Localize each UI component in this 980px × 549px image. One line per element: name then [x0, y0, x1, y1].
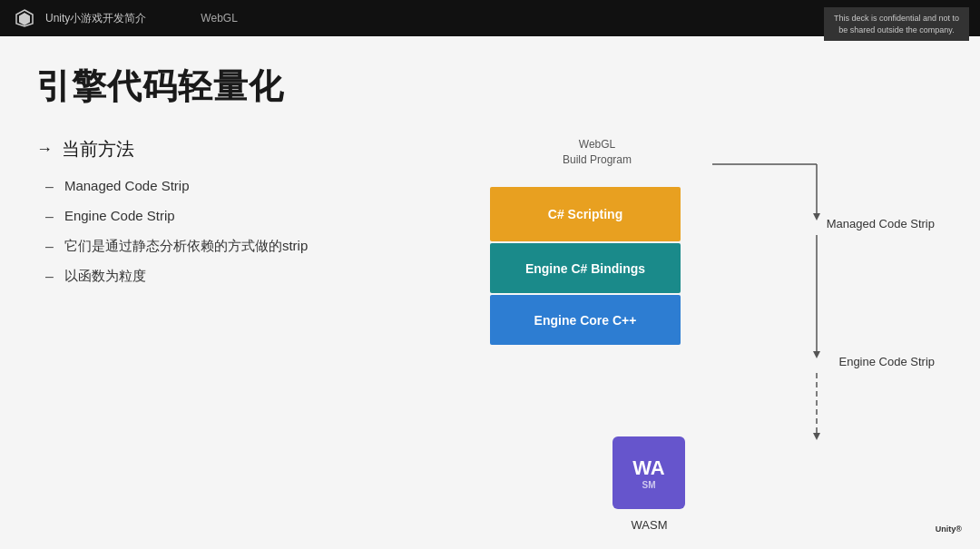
engine-code-text: Engine Code Strip	[838, 355, 935, 368]
arrow-icon: →	[36, 140, 53, 159]
blocks-container: C# Scripting Engine C# Bindings Engine C…	[490, 187, 681, 345]
unity-registered: ®	[956, 524, 962, 534]
svg-marker-1	[19, 13, 30, 25]
bullet-text-1: Managed Code Strip	[64, 178, 190, 193]
confidential-badge: This deck is confidential and not to be …	[824, 7, 969, 41]
unity-text: Unity	[936, 524, 956, 534]
bullet-list: – Managed Code Strip – Engine Code Strip…	[36, 178, 436, 285]
content-area: → 当前方法 – Managed Code Strip – Engine Cod…	[36, 137, 944, 536]
managed-code-text: Managed Code Strip	[827, 217, 935, 230]
list-item: – Managed Code Strip	[45, 178, 436, 195]
bullet-text-4: 以函数为粒度	[64, 268, 146, 285]
label-managed-code-strip: Managed Code Strip	[827, 217, 935, 230]
wasm-badge-sub: SM	[642, 480, 656, 490]
list-item: – 它们是通过静态分析依赖的方式做的strip	[45, 238, 436, 255]
block-core-label: Engine Core C++	[534, 313, 637, 328]
block-engine-core: Engine Core C++	[490, 295, 681, 345]
label-engine-code-strip: Engine Code Strip	[838, 355, 935, 368]
bullet-text-2: Engine Code Strip	[64, 208, 175, 223]
block-bindings-label: Engine C# Bindings	[525, 261, 645, 276]
block-csharp-label: C# Scripting	[548, 207, 622, 221]
block-csharp: C# Scripting	[490, 187, 681, 241]
slide-title: 引擎代码轻量化	[36, 64, 944, 110]
app-title: Unity小游戏开发简介	[45, 11, 146, 26]
logo-area: Unity小游戏开发简介	[15, 8, 146, 28]
dash-icon: –	[45, 239, 54, 255]
confidential-text: This deck is confidential and not to be …	[834, 14, 959, 34]
wasm-label: WASM	[606, 518, 692, 532]
slide: 引擎代码轻量化 → 当前方法 – Managed Code Strip – En…	[0, 36, 980, 549]
dash-icon: –	[45, 209, 54, 225]
wasm-block: WA SM	[612, 436, 685, 509]
svg-marker-4	[813, 213, 820, 221]
diagram: WebGL Build Program	[472, 137, 944, 536]
right-panel: WebGL Build Program	[472, 137, 944, 536]
block-engine-bindings: Engine C# Bindings	[490, 243, 681, 293]
left-panel: → 当前方法 – Managed Code Strip – Engine Cod…	[36, 137, 436, 536]
dash-icon: –	[45, 269, 54, 285]
unity-logo-icon	[15, 8, 34, 28]
list-item: – Engine Code Strip	[45, 208, 436, 225]
svg-marker-6	[813, 351, 820, 358]
section-heading-text: 当前方法	[62, 137, 134, 162]
svg-marker-8	[813, 433, 820, 440]
bullet-text-3: 它们是通过静态分析依赖的方式做的strip	[64, 238, 308, 255]
unity-watermark: Unity®	[936, 524, 962, 540]
wasm-badge: WA	[632, 456, 664, 480]
dash-icon: –	[45, 179, 54, 195]
list-item: – 以函数为粒度	[45, 268, 436, 285]
section-heading: → 当前方法	[36, 137, 436, 162]
tab-webgl: WebGL	[201, 12, 237, 25]
